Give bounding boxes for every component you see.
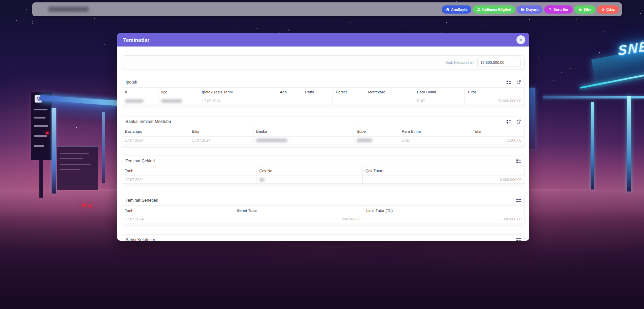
user-icon (477, 7, 481, 11)
table-cell (158, 97, 199, 105)
section-title: Teminat Senetleri (126, 198, 158, 203)
table-row[interactable]: 17.07.2024EUR26.000.000,00 (122, 97, 524, 105)
star (331, 20, 332, 21)
section-banka-teminat-mektubu: Banka Teminat MektubuBaşlangıçBitişBanka… (122, 116, 525, 148)
star (538, 57, 539, 58)
table-cell: 1.500,00 (470, 136, 524, 144)
modal-body: Açık Hesap Limiti İpotekİlİlçeİpotek Tes… (117, 47, 529, 241)
table-icon[interactable] (516, 198, 521, 203)
right-pillar (591, 102, 594, 189)
section-sahsi-kefaletler: Şahsi KefaletlerTarihKefalet TutarDöviz … (122, 234, 525, 241)
column-header: Metrekare (365, 88, 414, 97)
section-title: Teminat Çekleri (126, 159, 155, 163)
star (57, 19, 57, 19)
table-header-row: İlİlçeİpotek Tesis TarihiAdaPaftaParselM… (122, 88, 524, 97)
modal-header: Teminatlar x (117, 33, 529, 47)
export-icon[interactable] (516, 80, 521, 85)
section-footer (122, 105, 524, 108)
table-header-row: TarihÇek NoÇek Tutarı (122, 166, 524, 176)
sign-text-bar (34, 145, 44, 147)
star (553, 80, 554, 80)
star (640, 13, 641, 14)
table-row[interactable]: 17.07.20243.000.000,00 (122, 176, 524, 184)
section-header: Banka Teminat Mektubu (122, 116, 524, 127)
column-header: Tarih (122, 166, 257, 176)
table-row[interactable]: 17.07.202417.07.2024USD1.500,00 (122, 136, 524, 144)
export-icon[interactable] (516, 120, 521, 124)
topbar-button-label: Duyuru (526, 7, 538, 12)
star (599, 52, 600, 53)
section-header: Teminat Senetleri (122, 195, 524, 206)
column-header: Pafta (302, 88, 333, 97)
canopy-pillar (52, 108, 56, 194)
account-limit-input[interactable] (477, 58, 521, 67)
table-icon[interactable] (507, 120, 511, 124)
sign-text-bar (34, 125, 48, 127)
topbar-button-label: Soru Sor (553, 7, 568, 12)
star (482, 24, 483, 24)
column-header: Limit Tutar (TL) (363, 206, 524, 215)
table-cell (253, 136, 354, 144)
star (288, 30, 289, 31)
star (350, 22, 351, 23)
star (375, 1, 376, 1)
topbar-button-home[interactable]: AnaSayfa (442, 5, 471, 14)
star (446, 22, 447, 23)
column-header: Şube (354, 127, 399, 136)
table-cell: 200.000,00 (234, 215, 363, 223)
sign-pole (39, 160, 43, 198)
star (104, 44, 105, 45)
section-teminat-cekleri: Teminat ÇekleriTarihÇek NoÇek Tutarı17.0… (122, 156, 525, 187)
section-footer (122, 184, 524, 187)
gas-price-sign: M (31, 92, 52, 160)
redacted-value (256, 139, 287, 142)
star (380, 1, 380, 2)
topbar-button-announce[interactable]: Duyuru (517, 5, 543, 14)
table-cell: 3.000.000,00 (363, 176, 524, 184)
kiosk-line (60, 158, 83, 159)
topbar-button-password[interactable]: Şifre (574, 5, 595, 14)
star (279, 32, 280, 33)
column-header: Parsel (333, 88, 365, 97)
topbar-button-user-info[interactable]: Kullanıcı Bilgileri (473, 5, 515, 14)
column-header: Senet Tutar (234, 206, 363, 215)
table-icon[interactable] (516, 237, 521, 241)
station-kiosk (57, 146, 98, 190)
table-row[interactable]: 17.07.2024200.000,00300.000,00 (122, 215, 524, 223)
svg-text:?: ? (549, 7, 551, 11)
table-cell: 17.07.2024 (122, 176, 257, 184)
star (235, 31, 235, 32)
red-light (82, 204, 85, 206)
section-title: Şahsi Kefaletler (126, 237, 155, 241)
table-cell (302, 97, 333, 105)
star (625, 33, 625, 34)
star (26, 9, 27, 10)
section-table: BaşlangıçBitişBankaŞubePara BirimiTutar1… (122, 127, 524, 144)
star (93, 28, 93, 29)
column-header: Başlangıç (122, 127, 189, 136)
column-header: İl (122, 88, 158, 97)
table-icon[interactable] (507, 80, 511, 85)
close-icon[interactable]: x (516, 35, 525, 44)
topbar-button-logout[interactable]: Çıkış (597, 5, 619, 14)
topbar-button-ask[interactable]: ?Soru Sor (544, 5, 572, 14)
section-actions (507, 120, 521, 124)
account-limit-label: Açık Hesap Limiti (446, 60, 474, 65)
topbar-button-label: Şifre (584, 7, 591, 12)
section-teminat-senetleri: Teminat SenetleriTarihSenet TutarLimit T… (122, 195, 525, 226)
kiosk-line (60, 164, 91, 165)
table-cell (354, 136, 399, 144)
kiosk-line (60, 169, 80, 170)
section-header: İpotek (122, 77, 524, 88)
section-ipotek: İpotekİlİlçeİpotek Tesis TarihiAdaPaftaP… (122, 77, 525, 108)
star (24, 40, 24, 40)
topbar-button-label: Kullanıcı Bilgileri (482, 7, 511, 12)
star (32, 21, 33, 22)
table-cell: 17.07.2024 (199, 97, 277, 105)
star (570, 68, 571, 69)
modal-title: Teminatlar (123, 37, 150, 43)
account-limit-panel: Açık Hesap Limiti (122, 55, 525, 69)
topbar-button-label: Çıkış (606, 7, 615, 12)
table-icon[interactable] (516, 159, 521, 163)
sections-container: İpotekİlİlçeİpotek Tesis TarihiAdaPaftaP… (122, 77, 525, 241)
